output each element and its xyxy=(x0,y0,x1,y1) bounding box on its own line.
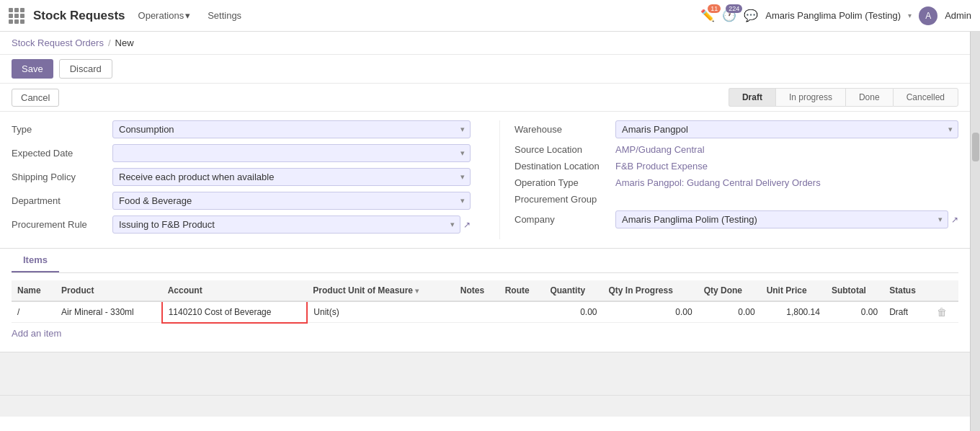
row-route[interactable] xyxy=(499,301,545,323)
grid-menu-icon[interactable] xyxy=(9,8,24,24)
avatar[interactable]: A xyxy=(919,6,937,25)
row-quantity[interactable]: 0.00 xyxy=(544,301,602,323)
col-product: Product xyxy=(55,280,162,301)
row-qty-done[interactable]: 0.00 xyxy=(698,301,761,323)
procurement-group-row: Procurement Group xyxy=(514,194,958,205)
add-item-link[interactable]: Add an item xyxy=(12,324,958,343)
shipping-policy-field[interactable]: Receive each product when available xyxy=(112,168,471,186)
col-subtotal: Subtotal xyxy=(826,280,883,301)
warehouse-select[interactable]: Amaris Pangpol xyxy=(615,120,958,138)
shipping-policy-row: Shipping Policy Receive each product whe… xyxy=(12,168,471,186)
source-location-row: Source Location AMP/Gudang Central xyxy=(514,144,958,155)
procurement-group-label: Procurement Group xyxy=(514,194,615,205)
col-qty-done: Qty Done xyxy=(698,280,761,301)
procurement-rule-row: Procurement Rule Issuing to F&B Product … xyxy=(12,216,471,234)
row-delete[interactable]: 🗑 xyxy=(931,301,958,323)
department-row: Department Food & Beverage xyxy=(12,192,471,210)
destination-location-label: Destination Location xyxy=(514,161,615,172)
type-field[interactable]: Consumption xyxy=(112,120,471,138)
department-field[interactable]: Food & Beverage xyxy=(112,192,471,210)
items-table-wrapper: Name Product Account Product Unit of Mea… xyxy=(12,280,958,324)
row-account[interactable]: 1140210 Cost of Beverage xyxy=(162,301,308,323)
col-quantity: Quantity xyxy=(544,280,602,301)
status-in-progress[interactable]: In progress xyxy=(775,88,845,107)
col-notes: Notes xyxy=(455,280,499,301)
procurement-rule-label: Procurement Rule xyxy=(12,219,112,230)
row-name[interactable]: / xyxy=(12,301,55,323)
topnav: Stock Requests Operations ▾ Settings ✏️ … xyxy=(0,0,980,32)
user-caret[interactable]: ▾ xyxy=(908,12,912,19)
expected-date-row: Expected Date 02-28-2021 21:53:22 xyxy=(12,144,471,162)
nav-settings[interactable]: Settings xyxy=(203,10,246,21)
procurement-rule-select[interactable]: Issuing to F&B Product xyxy=(112,216,460,234)
warehouse-row: Warehouse Amaris Pangpol xyxy=(514,120,958,138)
pencil-count: 11 xyxy=(708,4,721,13)
col-uom: Product Unit of Measure ▾ xyxy=(307,280,454,301)
warehouse-label: Warehouse xyxy=(514,124,615,135)
breadcrumb-current: New xyxy=(115,37,134,48)
discard-button[interactable]: Discard xyxy=(59,59,112,79)
status-cancelled[interactable]: Cancelled xyxy=(893,88,958,107)
destination-location-row: Destination Location F&B Product Expense xyxy=(514,161,958,172)
breadcrumb-parent[interactable]: Stock Request Orders xyxy=(12,37,104,48)
warehouse-field[interactable]: Amaris Pangpol xyxy=(615,120,958,138)
app-title: Stock Requests xyxy=(33,9,125,23)
company-field[interactable]: Amaris Panglima Polim (Testing) xyxy=(615,210,948,228)
type-row: Type Consumption xyxy=(12,120,471,138)
department-select[interactable]: Food & Beverage xyxy=(112,192,471,210)
scrollbar[interactable] xyxy=(970,32,980,431)
expected-date-input[interactable]: 02-28-2021 21:53:22 xyxy=(112,144,471,162)
shipping-policy-label: Shipping Policy xyxy=(12,172,112,182)
save-button[interactable]: Save xyxy=(12,59,53,79)
col-name: Name xyxy=(12,280,55,301)
destination-location-value: F&B Product Expense xyxy=(615,161,708,172)
operation-type-row: Operation Type Amaris Pangpol: Gudang Ce… xyxy=(514,177,958,188)
delete-icon[interactable]: 🗑 xyxy=(937,306,947,318)
operation-type-label: Operation Type xyxy=(514,177,615,188)
form-section: Type Consumption Expected Date 02-28-202… xyxy=(0,112,970,249)
company-ext-link[interactable]: ↗ xyxy=(951,215,958,225)
expected-date-label: Expected Date xyxy=(12,148,112,159)
col-unit-price: Unit Price xyxy=(761,280,826,301)
col-actions xyxy=(931,280,958,301)
col-route: Route xyxy=(499,280,545,301)
breadcrumb: Stock Request Orders / New xyxy=(0,32,970,55)
row-qty-in-progress[interactable]: 0.00 xyxy=(603,301,698,323)
company-label: Company xyxy=(514,214,615,225)
scrollbar-thumb[interactable] xyxy=(972,133,979,161)
pencil-badge[interactable]: ✏️ 11 xyxy=(700,9,715,22)
type-select[interactable]: Consumption xyxy=(112,120,471,138)
statusbar: Cancel Draft In progress Done Cancelled xyxy=(0,84,970,112)
tab-items[interactable]: Items xyxy=(12,249,59,272)
items-section: Items Name Product Account Product Unit … xyxy=(0,249,970,352)
col-account: Account xyxy=(162,280,308,301)
user-name[interactable]: Amaris Panglima Polim (Testing) xyxy=(765,10,901,21)
col-qty-in-progress: Qty In Progress xyxy=(603,280,698,301)
nav-operations[interactable]: Operations ▾ xyxy=(134,10,195,21)
form-right: Warehouse Amaris Pangpol Source Location… xyxy=(499,120,958,239)
table-header-row: Name Product Account Product Unit of Mea… xyxy=(12,280,958,301)
row-subtotal[interactable]: 0.00 xyxy=(826,301,883,323)
chat-icon[interactable]: 💬 xyxy=(744,9,758,22)
bottom-section-2 xyxy=(0,395,970,417)
clock-badge[interactable]: 🕐 224 xyxy=(722,9,736,22)
row-unit-price[interactable]: 1,800.14 xyxy=(761,301,826,323)
shipping-policy-select[interactable]: Receive each product when available xyxy=(112,168,471,186)
operation-type-value: Amaris Pangpol: Gudang Central Delivery … xyxy=(615,177,821,188)
row-product[interactable]: Air Mineral - 330ml xyxy=(55,301,162,323)
type-label: Type xyxy=(12,124,112,135)
company-row: Company Amaris Panglima Polim (Testing) … xyxy=(514,210,958,228)
col-status: Status xyxy=(883,280,931,301)
admin-label: Admin xyxy=(945,10,971,21)
status-draft[interactable]: Draft xyxy=(729,88,775,107)
procurement-rule-field[interactable]: Issuing to F&B Product xyxy=(112,216,460,234)
toolbar: Save Discard xyxy=(0,55,970,84)
row-notes[interactable] xyxy=(455,301,499,323)
company-select[interactable]: Amaris Panglima Polim (Testing) xyxy=(615,210,948,228)
source-location-label: Source Location xyxy=(514,144,615,155)
status-done[interactable]: Done xyxy=(845,88,893,107)
cancel-button[interactable]: Cancel xyxy=(12,89,59,107)
procurement-rule-ext-link[interactable]: ↗ xyxy=(463,220,471,230)
row-uom[interactable]: Unit(s) xyxy=(307,301,454,323)
status-steps: Draft In progress Done Cancelled xyxy=(729,88,958,107)
